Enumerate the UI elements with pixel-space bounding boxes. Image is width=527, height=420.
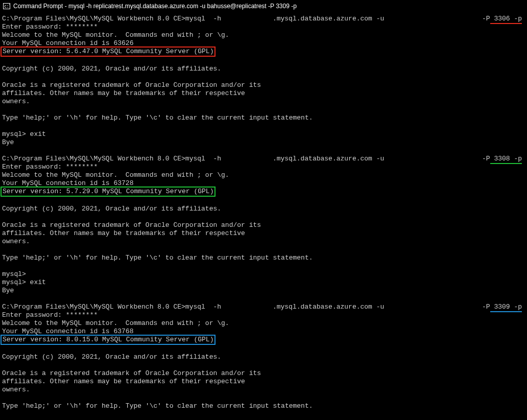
connect-line: C:\Program Files\MySQL\MySQL Workbench 8… [2,303,525,311]
terminal-line [2,147,525,155]
server-version-line: Server version: 5.7.29.0 MySQL Community… [2,188,525,197]
terminal-line [2,106,525,114]
terminal-line [2,262,525,270]
terminal-line: affiliates. Other names may be trademark… [2,229,525,238]
terminal-line: mysql> exit [2,278,525,287]
terminal-line [2,57,525,65]
port-number: 3308 -p [490,155,522,164]
cmd-icon: c:\ [3,3,10,10]
server-version-box: Server version: 5.7.29.0 MySQL Community… [1,186,215,197]
port-flag: -P 3309 -p [482,303,525,311]
server-version-line: Server version: 5.6.47.0 MySQL Community… [2,48,525,57]
connect-line: C:\Program Files\MySQL\MySQL Workbench 8… [2,15,525,23]
prompt-path: C:\Program Files\MySQL\MySQL Workbench 8… [2,15,225,23]
terminal-line: mysql> [2,270,525,278]
prompt-path: C:\Program Files\MySQL\MySQL Workbench 8… [2,303,225,311]
terminal-line: Type 'help;' or '\h' for help. Type '\c'… [2,254,525,262]
prompt-path: C:\Program Files\MySQL\MySQL Workbench 8… [2,155,225,163]
terminal-line: Copyright (c) 2000, 2021, Oracle and/or … [2,65,525,73]
terminal-line: Oracle is a registered trademark of Orac… [2,221,525,229]
flag-P: -P [482,155,490,162]
terminal-line [2,246,525,254]
terminal-output[interactable]: C:\Program Files\MySQL\MySQL Workbench 8… [0,13,527,420]
connect-line: C:\Program Files\MySQL\MySQL Workbench 8… [2,155,525,163]
terminal-line: Welcome to the MySQL monitor. Commands e… [2,171,525,179]
port-number: 3309 -p [490,303,522,312]
terminal-line [2,410,525,418]
window-titlebar: c:\ Command Prompt - mysql -h replicatre… [0,0,527,13]
terminal-line: affiliates. Other names may be trademark… [2,89,525,98]
port-number: 3306 -p [490,15,522,24]
terminal-line: Copyright (c) 2000, 2021, Oracle and/or … [2,353,525,361]
server-version-box: Server version: 5.6.47.0 MySQL Community… [1,46,215,57]
terminal-line: owners. [2,238,525,246]
terminal-line: Oracle is a registered trademark of Orac… [2,81,525,89]
svg-text:c:\: c:\ [4,4,10,9]
hostname-gap [225,155,273,163]
host-suffix: .mysql.database.azure.com -u [273,303,388,311]
terminal-line: Welcome to the MySQL monitor. Commands e… [2,319,525,328]
terminal-line: Enter password: ******** [2,23,525,31]
terminal-line [2,361,525,369]
terminal-line [2,73,525,81]
terminal-line [2,295,525,303]
terminal-line: Type 'help;' or '\h' for help. Type '\c'… [2,114,525,122]
terminal-line: Enter password: ******** [2,163,525,171]
flag-P: -P [482,303,490,311]
server-version-box: Server version: 8.0.15.0 MySQL Community… [1,335,215,345]
terminal-line [2,122,525,130]
hostname-gap [225,303,273,311]
terminal-line: Enter password: ******** [2,311,525,319]
hostname-gap [225,15,273,23]
terminal-line: Bye [2,138,525,147]
terminal-line: Copyright (c) 2000, 2021, Oracle and/or … [2,205,525,213]
host-suffix: .mysql.database.azure.com -u [273,155,388,163]
terminal-line: Oracle is a registered trademark of Orac… [2,369,525,378]
terminal-line: affiliates. Other names may be trademark… [2,378,525,386]
window-title: Command Prompt - mysql -h replicatrest.m… [13,2,297,10]
terminal-line [2,213,525,221]
terminal-line: owners. [2,98,525,106]
port-flag: -P 3306 -p [482,15,525,23]
terminal-line: Bye [2,287,525,295]
terminal-line [2,345,525,353]
server-version-line: Server version: 8.0.15.0 MySQL Community… [2,336,525,345]
terminal-line [2,197,525,205]
port-flag: -P 3308 -p [482,155,525,163]
terminal-line: Type 'help;' or '\h' for help. Type '\c'… [2,402,525,410]
flag-P: -P [482,15,490,22]
terminal-line: mysql> exit [2,130,525,138]
host-suffix: .mysql.database.azure.com -u [273,15,388,23]
terminal-line [2,394,525,402]
terminal-line: Welcome to the MySQL monitor. Commands e… [2,31,525,39]
terminal-line: owners. [2,386,525,394]
